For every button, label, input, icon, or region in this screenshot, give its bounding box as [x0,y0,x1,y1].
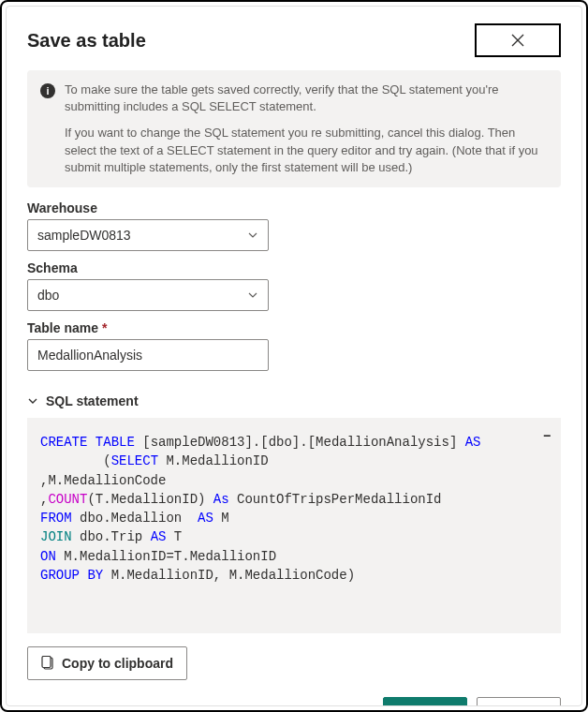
schema-select[interactable]: dbo [27,279,269,311]
info-text: To make sure the table gets saved correc… [65,82,548,176]
warehouse-label: Warehouse [27,200,561,215]
sql-statement-box: –CREATE TABLE [sampleDW0813].[dbo].[Meda… [27,418,561,633]
dialog-title: Save as table [27,30,146,52]
copy-to-clipboard-button[interactable]: Copy to clipboard [27,646,187,680]
table-name-label: Table name * [27,320,561,335]
collapse-icon[interactable]: – [542,425,551,447]
dialog-footer: OK Cancel [27,697,561,706]
info-paragraph-2: If you want to change the SQL statement … [65,125,548,176]
copy-label: Copy to clipboard [62,656,173,671]
schema-field: Schema dbo [27,260,561,311]
dialog-header: Save as table [27,23,561,57]
chevron-down-icon [247,230,258,241]
dialog: Save as table i To make sure the table g… [6,6,582,706]
table-name-input[interactable] [27,339,269,371]
info-banner: i To make sure the table gets saved corr… [27,70,561,187]
sql-statement-label: SQL statement [46,393,139,408]
warehouse-value: sampleDW0813 [37,228,131,243]
cancel-button[interactable]: Cancel [477,697,561,706]
close-button[interactable] [475,23,561,57]
required-indicator: * [102,320,107,335]
clipboard-icon [41,656,54,671]
schema-label: Schema [27,260,561,275]
svg-rect-1 [42,656,51,667]
schema-value: dbo [37,288,59,303]
close-icon [510,33,525,48]
copy-row: Copy to clipboard [27,646,561,680]
chevron-down-icon [27,395,38,407]
ok-button[interactable]: OK [383,697,467,706]
warehouse-select[interactable]: sampleDW0813 [27,219,269,251]
info-icon: i [40,83,55,98]
table-name-field: Table name * [27,320,561,371]
chevron-down-icon [247,289,258,301]
info-paragraph-1: To make sure the table gets saved correc… [65,82,548,115]
sql-statement-toggle[interactable]: SQL statement [27,393,561,408]
warehouse-field: Warehouse sampleDW0813 [27,200,561,251]
